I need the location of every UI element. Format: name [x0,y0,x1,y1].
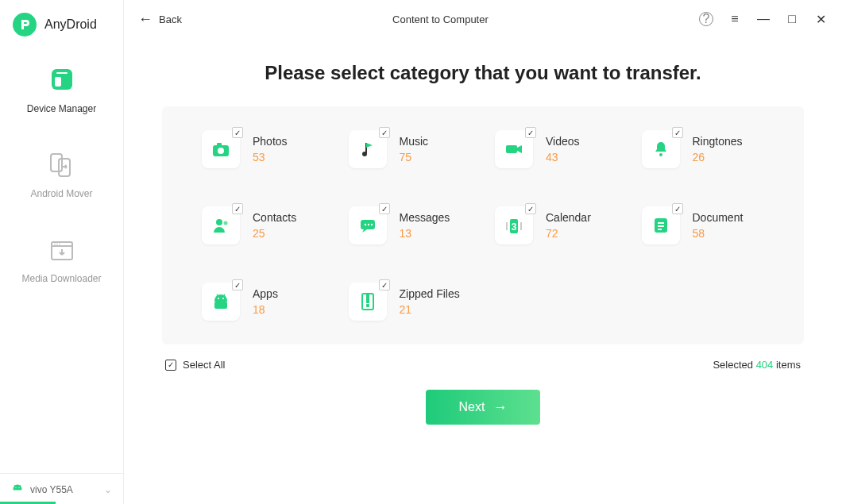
svg-point-22 [367,224,369,225]
category-document[interactable]: ✓ Document 58 [642,206,773,244]
svg-point-19 [224,221,228,225]
svg-point-18 [216,219,222,225]
category-count: 53 [253,151,288,164]
svg-rect-39 [366,304,369,307]
category-ringtones[interactable]: ✓ Ringtones 26 [642,130,773,168]
category-count: 21 [400,303,460,316]
check-icon: ✓ [232,127,243,138]
select-all-checkbox[interactable]: ✓ Select All [165,359,225,371]
app-name: AnyDroid [44,17,97,32]
category-label: Zipped Files [400,287,460,300]
sidebar-item-media-downloader[interactable]: Media Downloader [21,235,101,284]
checkbox-icon: ✓ [165,360,176,371]
check-icon: ✓ [232,203,243,214]
svg-rect-1 [56,72,68,74]
arrow-right-icon: → [492,399,507,416]
sidebar-item-android-mover[interactable]: Android Mover [30,150,92,199]
maximize-button[interactable]: □ [785,12,799,26]
category-apps[interactable]: ✓ Apps 18 [202,283,333,321]
back-label: Back [159,13,182,25]
apps-icon: ✓ [202,283,240,321]
android-mover-icon [47,150,75,179]
zipped-files-icon: ✓ [349,283,387,321]
category-label: Calendar [546,211,591,224]
category-contacts[interactable]: ✓ Contacts 25 [202,206,333,244]
check-icon: ✓ [672,203,683,214]
check-icon: ✓ [232,279,243,290]
sidebar-item-label: Android Mover [30,188,92,199]
svg-rect-13 [217,143,222,146]
category-messages[interactable]: ✓ Messages 13 [349,206,480,244]
help-icon[interactable]: ? [699,12,713,26]
next-button[interactable]: Next → [426,390,540,425]
svg-point-32 [218,298,219,299]
page-title: Content to Computer [191,13,689,25]
next-label: Next [459,400,485,414]
category-count: 26 [693,151,743,164]
window-controls: ? ≡ — □ ✕ [699,12,828,26]
device-selector[interactable]: vivo Y55A ⌄ [0,473,123,504]
svg-point-33 [222,298,224,299]
category-grid: ✓ Photos 53 ✓ Music 75 [202,130,772,321]
chevron-down-icon: ⌄ [104,484,112,495]
select-all-label: Select All [183,359,225,371]
music-icon: ✓ [349,130,387,168]
svg-point-14 [218,148,224,154]
category-zipped-files[interactable]: ✓ Zipped Files 21 [349,283,480,321]
sidebar-item-label: Media Downloader [21,273,101,284]
footer-row: ✓ Select All Selected 404 items [162,359,804,371]
svg-point-17 [659,153,662,156]
check-icon: ✓ [525,203,536,214]
calendar-icon: 3 ✓ [495,206,533,244]
category-count: 43 [546,151,580,164]
category-count: 25 [253,227,296,240]
ringtones-icon: ✓ [642,130,680,168]
check-icon: ✓ [379,279,390,290]
close-button[interactable]: ✕ [813,12,828,26]
svg-rect-2 [55,77,61,87]
svg-point-8 [56,244,58,245]
svg-rect-0 [52,69,72,90]
category-label: Photos [253,135,288,148]
category-videos[interactable]: ✓ Videos 43 [495,130,626,168]
svg-point-23 [370,224,372,225]
category-count: 18 [253,303,278,316]
category-photos[interactable]: ✓ Photos 53 [202,130,333,168]
category-panel: ✓ Photos 53 ✓ Music 75 [162,106,804,344]
main-area: ← Back Content to Computer ? ≡ — □ ✕ Ple… [124,0,842,504]
category-label: Ringtones [693,135,743,148]
category-music[interactable]: ✓ Music 75 [349,130,480,168]
svg-point-11 [18,487,19,488]
svg-point-21 [364,224,365,225]
messages-icon: ✓ [349,206,387,244]
category-count: 75 [400,151,429,164]
svg-rect-36 [214,302,227,309]
category-label: Document [693,211,744,224]
svg-rect-3 [51,154,62,171]
svg-point-9 [59,244,60,245]
check-icon: ✓ [525,127,536,138]
sidebar-item-device-manager[interactable]: Device Manager [27,65,96,114]
app-logo-icon [13,13,37,37]
category-label: Contacts [253,211,296,224]
sidebar-item-label: Device Manager [27,103,96,114]
app-logo: AnyDroid [0,0,123,49]
category-count: 58 [693,227,744,240]
photos-icon: ✓ [202,130,240,168]
category-count: 13 [400,227,450,240]
back-button[interactable]: ← Back [138,11,182,28]
minimize-button[interactable]: — [756,12,771,26]
check-icon: ✓ [672,127,683,138]
category-count: 72 [546,227,591,240]
menu-icon[interactable]: ≡ [728,12,742,26]
document-icon: ✓ [642,206,680,244]
heading: Please select category that you want to … [162,62,804,84]
category-label: Music [400,135,429,148]
sidebar: AnyDroid Device Manager Android Mover Me… [0,0,124,504]
svg-text:3: 3 [512,221,517,233]
svg-rect-16 [506,145,517,153]
category-calendar[interactable]: 3 ✓ Calendar 72 [495,206,626,244]
svg-rect-38 [366,294,369,303]
back-arrow-icon: ← [138,11,153,28]
device-manager-icon [48,65,76,94]
